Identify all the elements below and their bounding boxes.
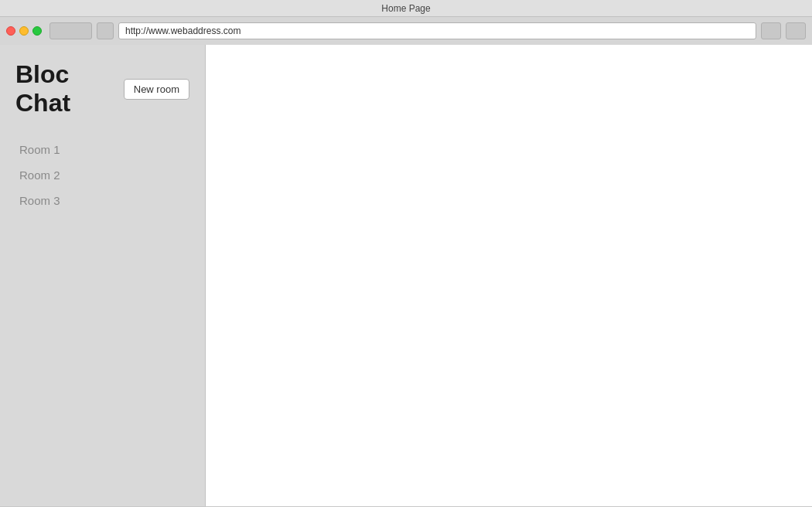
- browser-chrome: Home Page: [0, 0, 812, 45]
- back-forward-button[interactable]: [49, 22, 92, 39]
- action-button-1[interactable]: [761, 22, 781, 39]
- app-title: Bloc Chat: [15, 60, 112, 117]
- room-item-2[interactable]: Room 2: [15, 162, 189, 188]
- close-traffic-light[interactable]: [6, 26, 15, 36]
- maximize-traffic-light[interactable]: [32, 26, 42, 36]
- sidebar: Bloc Chat New room Room 1 Room 2 Room 3: [0, 45, 205, 506]
- main-content: [205, 45, 812, 506]
- browser-title-text: Home Page: [381, 3, 430, 14]
- browser-controls: [0, 17, 812, 45]
- room-item-3[interactable]: Room 3: [15, 188, 189, 213]
- room-list: Room 1 Room 2 Room 3: [15, 137, 189, 213]
- sidebar-header: Bloc Chat New room: [15, 60, 189, 117]
- browser-title-bar: Home Page: [0, 0, 812, 17]
- new-room-button[interactable]: New room: [124, 79, 189, 100]
- room-item-1[interactable]: Room 1: [15, 137, 189, 162]
- reload-button[interactable]: [97, 22, 114, 39]
- minimize-traffic-light[interactable]: [19, 26, 29, 36]
- app-container: Bloc Chat New room Room 1 Room 2 Room 3: [0, 45, 812, 506]
- action-button-2[interactable]: [786, 22, 806, 39]
- address-bar[interactable]: [118, 22, 756, 39]
